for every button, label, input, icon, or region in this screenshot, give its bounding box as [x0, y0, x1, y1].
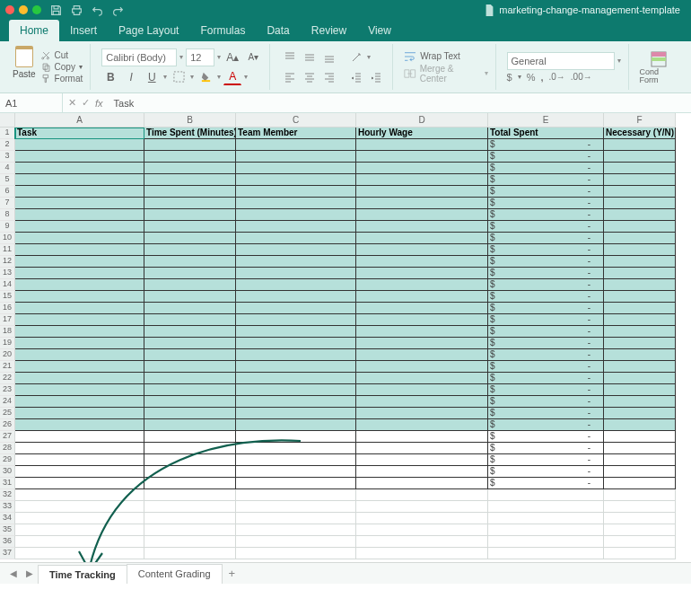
- tab-data[interactable]: Data: [256, 20, 300, 41]
- comma-button[interactable]: ,: [540, 72, 543, 83]
- cell-B34[interactable]: [144, 513, 236, 524]
- cell-F1[interactable]: Necessary (Y/N): [604, 128, 676, 139]
- cell-C19[interactable]: [236, 338, 356, 349]
- cell-D6[interactable]: [356, 186, 488, 198]
- cell-B23[interactable]: [144, 384, 236, 396]
- cell-D7[interactable]: [356, 198, 488, 209]
- cell-C30[interactable]: [236, 466, 356, 478]
- cell-D21[interactable]: [356, 361, 488, 373]
- cell-D32[interactable]: [356, 489, 488, 501]
- cell-B24[interactable]: [144, 396, 236, 408]
- cell-D36[interactable]: [356, 536, 488, 548]
- cell-B13[interactable]: [144, 268, 236, 279]
- row-header-36[interactable]: 36: [0, 536, 15, 548]
- cell-D10[interactable]: [356, 233, 488, 244]
- cell-C21[interactable]: [236, 361, 356, 373]
- cell-E10[interactable]: [488, 233, 604, 244]
- cell-F34[interactable]: [604, 513, 676, 524]
- underline-button[interactable]: U: [143, 68, 161, 86]
- cell-C24[interactable]: [236, 396, 356, 408]
- cell-E14[interactable]: [488, 279, 604, 291]
- sheet-tab-content-grading[interactable]: Content Grading: [127, 564, 223, 584]
- cell-B10[interactable]: [144, 233, 236, 244]
- row-header-37[interactable]: 37: [0, 548, 15, 559]
- cell-F29[interactable]: [604, 454, 676, 466]
- cell-E3[interactable]: [488, 151, 604, 163]
- cancel-formula-icon[interactable]: ✕: [68, 97, 76, 109]
- cell-C8[interactable]: [236, 209, 356, 221]
- cell-B6[interactable]: [144, 186, 236, 198]
- cell-A15[interactable]: [15, 291, 144, 303]
- cell-B4[interactable]: [144, 163, 236, 174]
- font-color-button[interactable]: A: [223, 69, 241, 85]
- cell-B3[interactable]: [144, 151, 236, 163]
- row-header-18[interactable]: 18: [0, 326, 15, 338]
- cell-A9[interactable]: [15, 221, 144, 233]
- undo-icon[interactable]: [92, 4, 103, 16]
- cell-C28[interactable]: [236, 443, 356, 454]
- close-window-icon[interactable]: [5, 5, 14, 14]
- cell-A16[interactable]: [15, 303, 144, 314]
- cell-D29[interactable]: [356, 454, 488, 466]
- currency-button[interactable]: $: [507, 72, 512, 83]
- cell-C16[interactable]: [236, 303, 356, 314]
- row-header-34[interactable]: 34: [0, 513, 15, 524]
- row-header-6[interactable]: 6: [0, 186, 15, 198]
- cell-C7[interactable]: [236, 198, 356, 209]
- cell-D30[interactable]: [356, 466, 488, 478]
- italic-button[interactable]: I: [122, 68, 140, 86]
- row-header-8[interactable]: 8: [0, 209, 15, 221]
- bold-button[interactable]: B: [101, 68, 119, 86]
- cell-F21[interactable]: [604, 361, 676, 373]
- cell-A25[interactable]: [15, 408, 144, 419]
- cell-B25[interactable]: [144, 408, 236, 419]
- cell-D3[interactable]: [356, 151, 488, 163]
- cell-A27[interactable]: [15, 431, 144, 443]
- cell-A3[interactable]: [15, 151, 144, 163]
- row-header-30[interactable]: 30: [0, 466, 15, 478]
- cell-A18[interactable]: [15, 326, 144, 338]
- cell-A7[interactable]: [15, 198, 144, 209]
- row-header-11[interactable]: 11: [0, 244, 15, 256]
- cell-E5[interactable]: [488, 174, 604, 186]
- cell-D16[interactable]: [356, 303, 488, 314]
- cell-B8[interactable]: [144, 209, 236, 221]
- increase-decimal-icon[interactable]: .0→: [549, 72, 565, 82]
- cell-C25[interactable]: [236, 408, 356, 419]
- cell-C23[interactable]: [236, 384, 356, 396]
- cell-B14[interactable]: [144, 279, 236, 291]
- cell-B26[interactable]: [144, 419, 236, 431]
- cell-B27[interactable]: [144, 431, 236, 443]
- cell-E26[interactable]: [488, 419, 604, 431]
- cell-E34[interactable]: [488, 513, 604, 524]
- cell-F14[interactable]: [604, 279, 676, 291]
- formula-input[interactable]: Task: [109, 98, 140, 109]
- merge-center-button[interactable]: Merge & Center▾: [404, 64, 487, 84]
- border-button[interactable]: [170, 68, 188, 86]
- cell-D15[interactable]: [356, 291, 488, 303]
- row-header-15[interactable]: 15: [0, 291, 15, 303]
- cell-D25[interactable]: [356, 408, 488, 419]
- align-bottom-icon[interactable]: [320, 48, 338, 66]
- cell-B18[interactable]: [144, 326, 236, 338]
- cell-A30[interactable]: [15, 466, 144, 478]
- cell-C31[interactable]: [236, 478, 356, 489]
- tab-view[interactable]: View: [357, 20, 402, 41]
- cell-E24[interactable]: [488, 396, 604, 408]
- cell-C13[interactable]: [236, 268, 356, 279]
- font-size-select[interactable]: [186, 48, 214, 66]
- cell-F30[interactable]: [604, 466, 676, 478]
- minimize-window-icon[interactable]: [19, 5, 28, 14]
- row-header-26[interactable]: 26: [0, 419, 15, 431]
- cell-F28[interactable]: [604, 443, 676, 454]
- cell-E33[interactable]: [488, 501, 604, 513]
- cell-E7[interactable]: [488, 198, 604, 209]
- cell-B28[interactable]: [144, 443, 236, 454]
- cell-F32[interactable]: [604, 489, 676, 501]
- cell-E31[interactable]: [488, 478, 604, 489]
- select-all-corner[interactable]: [0, 113, 15, 128]
- decrease-font-icon[interactable]: A▾: [244, 48, 262, 66]
- cell-F35[interactable]: [604, 524, 676, 536]
- cell-A29[interactable]: [15, 454, 144, 466]
- col-header-D[interactable]: D: [356, 113, 488, 128]
